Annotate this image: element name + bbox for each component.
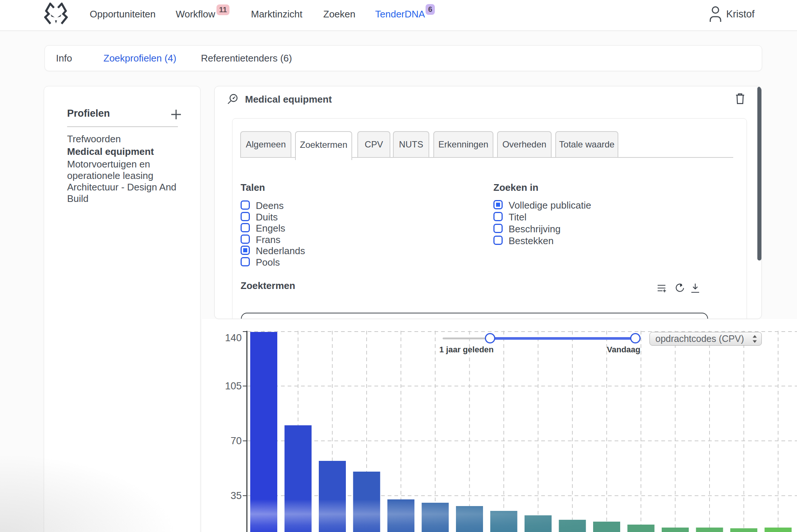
svg-text:35: 35 bbox=[231, 490, 242, 501]
svg-text:140: 140 bbox=[225, 332, 242, 343]
svg-text:105: 105 bbox=[225, 380, 242, 392]
svg-text:70: 70 bbox=[231, 435, 242, 446]
